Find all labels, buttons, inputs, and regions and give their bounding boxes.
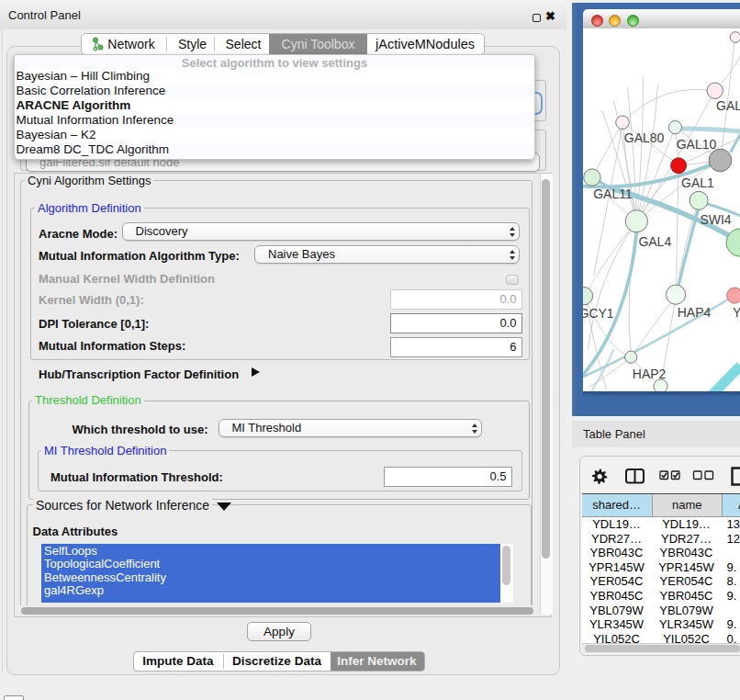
svg-text:GAL7: GAL7 <box>716 98 740 113</box>
svg-text:GAL11: GAL11 <box>593 186 633 201</box>
svg-text:SWI4: SWI4 <box>700 212 731 227</box>
svg-text:HAP4: HAP4 <box>677 305 711 320</box>
svg-text:GAL80: GAL80 <box>623 130 664 145</box>
svg-text:YJ: YJ <box>732 305 740 320</box>
svg-text:GAL4: GAL4 <box>638 234 671 249</box>
svg-text:GAL10: GAL10 <box>676 137 716 152</box>
svg-text:GCY1: GCY1 <box>583 306 614 321</box>
svg-text:HAP2: HAP2 <box>632 367 666 381</box>
svg-text:GAL1: GAL1 <box>681 175 714 190</box>
